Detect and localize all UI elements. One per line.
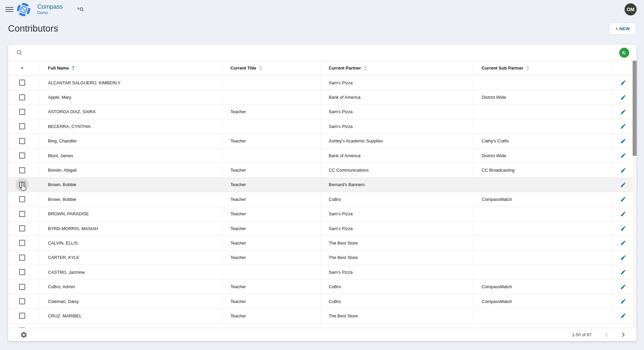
cell-current-partner: CC Communications [321,163,474,177]
table-row[interactable]: Apple, Mary Bank of America District Wid… [8,90,637,104]
row-checkbox[interactable] [19,94,25,100]
column-header-full-name[interactable]: Full Name [40,61,222,75]
edit-icon[interactable] [620,108,627,115]
cell-current-sub-partner: CompassMatch [474,279,612,294]
edit-icon[interactable] [620,181,627,188]
edit-icon[interactable] [620,239,627,246]
cell-current-title: Teacher [222,163,321,177]
edit-icon[interactable] [620,312,627,319]
table-row[interactable]: CARTER, KYLE Teacher The Best Store [8,251,637,265]
menu-icon[interactable] [5,5,13,13]
edit-icon[interactable] [620,211,627,217]
table-row[interactable]: Brown, Bobbie Teacher Bernard's Banners [8,178,637,192]
pagination: 1-50 of 87 [572,332,627,338]
table-row[interactable]: CALVIN, ELLIS Teacher The Best Store [8,236,637,250]
table-row[interactable]: BYRD-MORRIS, MASIAH Teacher Sam's Pizza [8,221,637,236]
row-checkbox[interactable] [19,269,25,275]
row-checkbox[interactable] [19,225,25,231]
table-row[interactable]: ASTORGA DIAZ, SAIRA Teacher Sam's Pizza [8,105,637,119]
cell-current-partner: Sam's Pizza [321,221,474,235]
table-row[interactable]: CRUZ, MARIBEL Teacher The Best Store [8,309,637,323]
search-icon [16,49,22,56]
cell-current-title: Teacher [222,294,321,308]
cell-current-sub-partner: CompassMatch [474,192,612,206]
chevron-right-icon[interactable] [620,332,627,338]
page-title: Contributors [8,24,58,34]
search-bar [8,45,637,61]
column-header-title[interactable]: Current Title [222,61,321,75]
edit-icon[interactable] [620,152,627,159]
table-row[interactable]: Brown, Bobbie Teacher CoBro CompassMatch [8,192,637,207]
cell-current-title: Teacher [222,134,321,148]
table-row[interactable]: Bing, Chandler Teacher Ashley's Academic… [8,134,637,148]
sort-icon[interactable] [72,66,75,71]
row-checkbox[interactable] [19,298,25,304]
edit-icon[interactable] [620,283,627,290]
filter-check-icon[interactable] [619,48,629,58]
row-checkbox[interactable] [19,80,25,86]
row-checkbox[interactable] [19,123,25,129]
cell-current-sub-partner [474,309,612,323]
new-button[interactable]: + NEW [609,23,636,35]
edit-icon[interactable] [620,94,627,101]
edit-icon[interactable] [620,196,627,203]
compass-logo[interactable] [16,2,31,17]
sort-icon[interactable] [364,66,367,71]
cell-current-title: Teacher [222,309,321,323]
table-row[interactable]: CoBro, Admin Teacher CoBro CompassMatch [8,279,637,294]
table-row[interactable]: Dawson, Michael Teacher CoBro CompassMat… [8,323,637,328]
row-checkbox[interactable] [19,284,25,290]
edit-icon[interactable] [620,298,627,305]
table-row[interactable]: ALCANTAR SALGUERO, KIMBERLY Sam's Pizza [8,76,637,90]
table-row[interactable]: Blunt, James Bank of America District Wi… [8,148,637,163]
table-row[interactable]: CASTRO, Jazmine Sam's Pizza [8,265,637,279]
list-search-icon[interactable] [77,5,85,13]
app-name: Compass [37,4,63,10]
gear-icon[interactable] [20,331,28,339]
cell-current-title: Teacher [222,178,321,192]
search-input[interactable] [27,50,629,56]
app-environment: Demo [37,11,63,15]
cell-current-title: Teacher [222,221,321,235]
edit-icon[interactable] [620,225,627,232]
row-checkbox[interactable] [19,196,25,202]
scrollbar-thumb[interactable] [633,61,637,156]
caret-down-icon[interactable] [19,65,25,71]
row-checkbox[interactable] [19,313,25,319]
row-checkbox[interactable] [19,109,25,115]
column-header-partner[interactable]: Current Partner [321,61,474,75]
edit-icon[interactable] [620,269,627,275]
row-checkbox[interactable] [19,167,25,173]
column-header-sub-partner[interactable]: Current Sub Partner [474,61,612,75]
table-row[interactable]: BROWN, PARADISE Teacher Sam's Pizza [8,207,637,221]
row-checkbox[interactable] [19,240,25,246]
table-row[interactable]: BECERRA, CYNTHIA Sam's Pizza [8,119,637,134]
cell-current-sub-partner [474,178,612,192]
cell-current-partner: Bernard's Banners [321,178,474,192]
cell-full-name: Blunt, James [40,148,222,163]
sort-icon[interactable] [526,66,529,71]
row-checkbox[interactable] [19,152,25,159]
cell-current-partner: CoBro [321,323,474,328]
chevron-left-icon[interactable] [603,332,610,338]
edit-icon[interactable] [620,254,627,261]
row-checkbox[interactable] [19,138,25,144]
table-scrollbar[interactable] [633,61,637,328]
edit-icon[interactable] [620,79,627,86]
avatar[interactable]: OM [625,3,637,15]
cell-current-sub-partner: District Wide [474,90,612,104]
edit-icon[interactable] [620,167,627,174]
row-checkbox[interactable] [19,211,25,217]
cell-current-title: Teacher [222,251,321,265]
table-row[interactable]: Coleman, Daisy Teacher CoBro CompassMatc… [8,294,637,309]
cell-current-title [222,265,321,279]
table-row[interactable]: Breslin, Abigail Teacher CC Communicatio… [8,163,637,177]
select-all-dropdown[interactable] [8,61,40,75]
edit-icon[interactable] [620,138,627,144]
cell-current-sub-partner [474,105,612,119]
row-checkbox[interactable] [19,255,25,261]
sort-icon[interactable] [259,66,262,71]
edit-icon[interactable] [620,123,627,130]
row-checkbox[interactable] [19,182,25,188]
cell-current-title: Teacher [222,323,321,328]
